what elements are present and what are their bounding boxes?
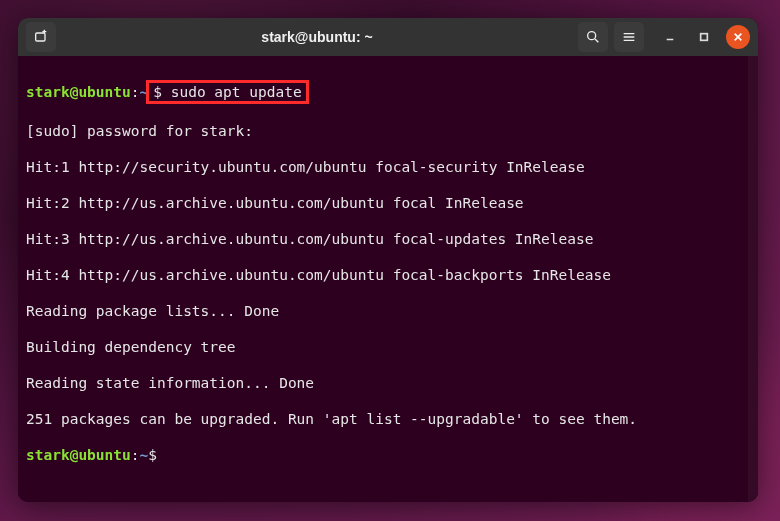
maximize-icon <box>699 32 709 42</box>
maximize-button[interactable] <box>692 25 716 49</box>
svg-rect-9 <box>701 34 708 41</box>
prompt-path: ~ <box>140 447 149 463</box>
prompt-separator: : <box>131 447 140 463</box>
svg-rect-0 <box>36 33 45 41</box>
prompt-separator: : <box>131 84 140 100</box>
minimize-button[interactable] <box>658 25 682 49</box>
close-icon <box>733 32 743 42</box>
prompt-user: stark@ubuntu <box>26 84 131 100</box>
output-line: Hit:1 http://security.ubuntu.com/ubuntu … <box>26 158 750 176</box>
output-line: Hit:3 http://us.archive.ubuntu.com/ubunt… <box>26 230 750 248</box>
output-line: Hit:4 http://us.archive.ubuntu.com/ubunt… <box>26 266 750 284</box>
titlebar[interactable]: stark@ubuntu: ~ <box>18 18 758 56</box>
menu-button[interactable] <box>614 22 644 52</box>
output-line: 251 packages can be upgraded. Run 'apt l… <box>26 410 750 428</box>
window-title: stark@ubuntu: ~ <box>62 29 572 45</box>
output-line: Reading package lists... Done <box>26 302 750 320</box>
new-tab-icon <box>33 29 49 45</box>
hamburger-icon <box>621 29 637 45</box>
prompt-dollar: $ <box>148 447 157 463</box>
window-controls <box>658 25 750 49</box>
terminal-body[interactable]: stark@ubuntu:~$ sudo apt update [sudo] p… <box>18 56 758 502</box>
search-icon <box>585 29 601 45</box>
svg-point-3 <box>588 32 596 40</box>
svg-line-4 <box>595 39 598 42</box>
minimize-icon <box>665 32 675 42</box>
output-line: Reading state information... Done <box>26 374 750 392</box>
prompt-line-2: stark@ubuntu:~$ <box>26 446 750 464</box>
prompt-line-1: stark@ubuntu:~$ sudo apt update <box>26 80 750 104</box>
output-line: Building dependency tree <box>26 338 750 356</box>
prompt-user: stark@ubuntu <box>26 447 131 463</box>
new-tab-button[interactable] <box>26 22 56 52</box>
highlighted-command: $ sudo apt update <box>146 80 308 104</box>
search-button[interactable] <box>578 22 608 52</box>
terminal-window: stark@ubuntu: ~ stark@ubuntu:~$ sudo apt… <box>18 18 758 502</box>
close-button[interactable] <box>726 25 750 49</box>
output-line: Hit:2 http://us.archive.ubuntu.com/ubunt… <box>26 194 750 212</box>
output-line: [sudo] password for stark: <box>26 122 750 140</box>
terminal-scrollbar[interactable] <box>748 56 758 502</box>
